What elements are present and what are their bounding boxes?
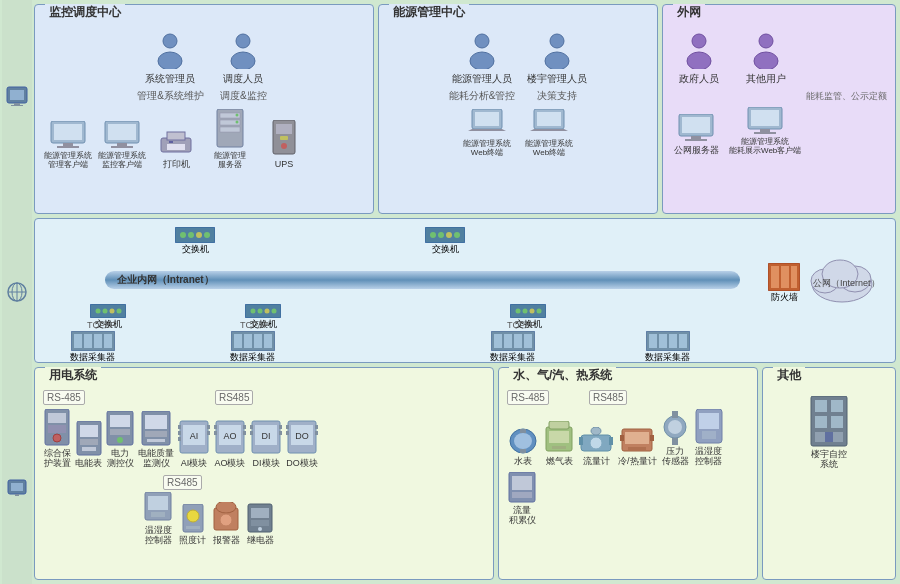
other-title: 其他 — [773, 367, 805, 384]
lux-icon — [181, 504, 205, 534]
gas-meter-icon — [544, 421, 574, 455]
device-mgmt-client: 能源管理系统管理客户端 — [43, 121, 93, 170]
svg-rect-195 — [11, 105, 23, 106]
firewall-icon — [768, 263, 800, 291]
energy-panel: 能源管理中心 能源管理人员 能耗分析&管控 楼宇管理人员 决 — [378, 4, 658, 214]
svg-point-25 — [281, 143, 287, 149]
printer-icon — [159, 130, 193, 156]
svg-rect-85 — [234, 334, 242, 348]
svg-rect-171 — [625, 432, 649, 444]
svg-text:AO: AO — [223, 431, 236, 441]
device-public-server: 公网服务器 — [671, 114, 721, 156]
laptop-icon1 — [468, 109, 506, 137]
dev-label-do: DO模块 — [286, 459, 318, 469]
svg-rect-82 — [94, 334, 102, 348]
other-panel: 其他 楼宇自控系统 — [762, 367, 896, 580]
pressure-icon — [662, 411, 688, 445]
external-title: 外网 — [673, 4, 705, 21]
svg-point-77 — [530, 309, 535, 314]
dev-label-di: DI模块 — [253, 459, 280, 469]
svg-point-53 — [438, 232, 444, 238]
water-rs485-1: RS-485 — [507, 390, 549, 405]
electric-devices-row: 综合保护装置 电能表 — [43, 409, 485, 469]
left-sidebar — [2, 0, 32, 584]
device-printer: 打印机 — [151, 130, 201, 170]
svg-point-35 — [687, 52, 711, 69]
person-energy-mgr: 能源管理人员 能耗分析&管控 — [449, 33, 516, 103]
collector4: 数据采集器 — [645, 331, 690, 364]
server-icon2 — [677, 114, 715, 142]
svg-rect-155 — [251, 520, 269, 526]
svg-rect-92 — [514, 334, 522, 348]
svg-rect-154 — [251, 508, 269, 518]
water-rs485-row: RS-485 RS485 — [507, 390, 749, 405]
collector2: 数据采集器 — [230, 331, 275, 364]
svg-rect-172 — [620, 435, 624, 441]
svg-rect-202 — [15, 494, 19, 496]
svg-rect-163 — [549, 431, 569, 443]
svg-rect-125 — [214, 425, 217, 429]
tcpip-label2: TCP/IP — [240, 320, 269, 330]
svg-point-169 — [591, 427, 601, 435]
relay-icon — [246, 502, 274, 534]
switch-icon5 — [510, 304, 546, 318]
dev-label-water-meter: 水表 — [514, 457, 532, 467]
device-web2: 能源管理系统Web终端 — [524, 109, 574, 158]
svg-point-49 — [196, 232, 202, 238]
svg-point-3 — [231, 52, 255, 69]
device-pressure-sensor: 压力传感器 — [662, 411, 689, 467]
power-ctrl-icon — [106, 411, 134, 447]
svg-rect-7 — [57, 146, 79, 148]
svg-point-52 — [430, 232, 436, 238]
svg-text:DO: DO — [295, 431, 309, 441]
person-icon — [154, 33, 186, 69]
tcpip-label3: TCP/IP — [507, 320, 536, 330]
svg-rect-120 — [207, 425, 210, 429]
svg-rect-108 — [110, 415, 130, 427]
svg-point-21 — [236, 121, 239, 124]
svg-rect-178 — [672, 438, 678, 445]
svg-rect-15 — [169, 141, 173, 143]
external-panel: 外网 政府人员 其他用户 能耗监管、公示定额 — [662, 4, 896, 214]
electric-panel: 用电系统 RS-485 RS485 — [34, 367, 494, 580]
dev-label-power-ctrl: 电力测控仪 — [107, 449, 134, 469]
svg-rect-10 — [117, 143, 127, 146]
external-devices: 公网服务器 能源管理系统能耗展示Web客户端 — [671, 107, 887, 156]
sysadmin-label: 系统管理员 — [145, 72, 195, 86]
firewall-label: 防火墙 — [771, 291, 798, 304]
svg-rect-83 — [104, 334, 112, 348]
device-monitor-client: 能源管理系统监控客户端 — [97, 121, 147, 170]
svg-rect-88 — [264, 334, 272, 348]
bus-label: 企业内网（Intranet） — [117, 273, 214, 287]
device-temp-humidity: 温湿度控制器 — [694, 409, 724, 467]
svg-rect-9 — [108, 124, 136, 140]
collector-label3: 数据采集器 — [490, 351, 535, 364]
svg-point-68 — [117, 309, 122, 314]
svg-rect-93 — [524, 334, 532, 348]
svg-point-2 — [236, 34, 250, 48]
device-ai-module: AI AI模块 — [178, 417, 210, 469]
do-module-icon: DO — [286, 417, 318, 457]
svg-rect-90 — [494, 334, 502, 348]
svg-rect-132 — [250, 425, 253, 429]
svg-rect-160 — [520, 449, 526, 453]
energy-title: 能源管理中心 — [389, 4, 469, 21]
svg-rect-119 — [178, 437, 181, 441]
network-sidebar-icon — [6, 281, 28, 303]
sysadmin-role: 管理&系统维护 — [137, 89, 204, 103]
energy-persons: 能源管理人员 能耗分析&管控 楼宇管理人员 决策支持 — [387, 33, 649, 103]
svg-point-110 — [117, 437, 123, 443]
middle-section: 交换机 交换机 企业内网（Intranet） 公网（Inte — [34, 218, 896, 363]
dev-label-building-auto: 楼宇自控系统 — [811, 450, 847, 470]
svg-rect-114 — [147, 439, 165, 442]
pc-icon1 — [49, 121, 87, 149]
rs485-row1: RS-485 RS485 — [43, 390, 485, 405]
svg-rect-177 — [672, 411, 678, 418]
dev-label-quality-monitor: 电能质量监测仪 — [138, 449, 174, 469]
svg-rect-201 — [11, 483, 23, 491]
monitor-sidebar-icon — [6, 86, 28, 108]
building-mgr-label: 楼宇管理人员 — [527, 72, 587, 86]
energy-mgr-role: 能耗分析&管控 — [449, 89, 516, 103]
other-devices: 楼宇自控系统 — [771, 396, 887, 470]
svg-rect-164 — [552, 446, 566, 449]
